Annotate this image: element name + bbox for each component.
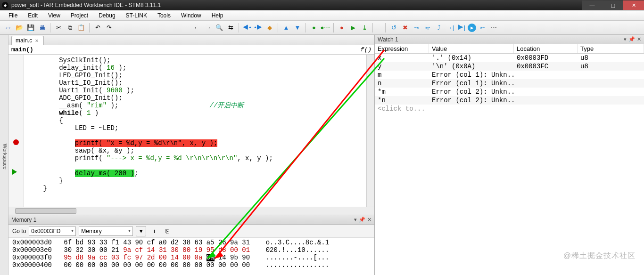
watch-title: Watch 1 xyxy=(378,36,398,43)
menu-tools[interactable]: Tools xyxy=(153,11,175,20)
redo-icon[interactable]: ↷ xyxy=(104,23,114,33)
compile-icon[interactable]: ● xyxy=(309,23,319,33)
nav-fwd-icon[interactable]: → xyxy=(203,23,213,33)
titlebar: ◆ power_soft - IAR Embedded Workbench ID… xyxy=(0,0,644,10)
menu-file[interactable]: File xyxy=(4,11,22,20)
make-icon[interactable]: ●⋯ xyxy=(320,23,330,33)
close-button[interactable]: ✕ xyxy=(623,0,644,10)
file-tab-main[interactable]: main.c ✕ xyxy=(11,36,44,45)
editor-vscroll[interactable] xyxy=(366,55,374,207)
run-cursor-icon[interactable]: ⯈| xyxy=(456,23,467,33)
new-icon[interactable]: ▱ xyxy=(3,23,13,33)
step-out-icon[interactable]: ⤴ xyxy=(434,23,444,33)
nav-up-icon[interactable]: ▲ xyxy=(281,23,291,33)
replace-icon[interactable]: ⇆ xyxy=(225,23,236,33)
memory-title: Memory 1 xyxy=(11,217,36,223)
memory-body[interactable]: 0x000003d0 6f bd 93 33 f1 43 90 cf a0 d2… xyxy=(8,238,374,275)
close-tab-icon[interactable]: ✕ xyxy=(35,38,39,43)
mem-tool1-icon[interactable]: i xyxy=(149,226,159,236)
menu-project[interactable]: Project xyxy=(66,11,93,20)
col-value[interactable]: Value xyxy=(429,44,514,53)
bookmark-prev-icon[interactable]: ⯇• xyxy=(242,23,252,33)
editor-gutter[interactable] xyxy=(8,55,24,207)
debug-icon[interactable]: ▶ xyxy=(348,23,358,33)
watch-add-placeholder[interactable]: <click to... xyxy=(375,105,429,113)
break-icon[interactable]: ✖ xyxy=(400,23,410,33)
window-title: power_soft - IAR Embedded Workbench IDE … xyxy=(11,2,582,8)
stop-debug-icon[interactable]: ⤺ xyxy=(477,23,487,33)
menubar: File Edit View Project Debug ST-LINK Too… xyxy=(0,10,644,21)
watch-columns: Expression Value Location Type xyxy=(375,44,644,54)
panel-pin-icon[interactable]: 📌 xyxy=(628,36,635,42)
reset-icon[interactable]: ↺ xyxy=(388,23,399,33)
paste-icon[interactable]: 📋 xyxy=(76,23,86,33)
code-content[interactable]: SysClkInit(); delay_init( 16 ); LED_GPIO… xyxy=(24,55,366,207)
app-icon: ◆ xyxy=(2,2,8,8)
undo-icon[interactable]: ↶ xyxy=(92,23,103,33)
col-type[interactable]: Type xyxy=(578,44,644,53)
bookmark-toggle-icon[interactable]: ◆ xyxy=(264,23,275,33)
stop-build-icon[interactable]: ● xyxy=(337,23,347,33)
memory-toolbar: Go to 0x00003FD Memory ▾ i ⎘ xyxy=(8,225,374,238)
col-location[interactable]: Location xyxy=(514,44,578,53)
toolbar: ▱ 📂 💾 🖶 ✂ ⧉ 📋 ↶ ↷ ← → 🔍 ⇆ ⯇• •⯈ ◆ ▲ ▼ ● … xyxy=(0,21,644,35)
watch-body[interactable]: x'.' (0x14)0x0003FDu8 y'\n' (0x0A)0x0003… xyxy=(375,54,644,275)
panel-menu-icon[interactable]: ▾ xyxy=(354,217,357,223)
col-expression[interactable]: Expression xyxy=(375,44,429,53)
watch-header[interactable]: Watch 1 ▾ 📌 ✕ xyxy=(375,35,644,44)
settings-icon[interactable]: ⋯ xyxy=(488,23,499,33)
minimize-button[interactable]: — xyxy=(582,0,603,10)
bookmark-next-icon[interactable]: •⯈ xyxy=(253,23,264,33)
pc-arrow-icon xyxy=(12,169,17,175)
mem-width-icon[interactable]: ▾ xyxy=(136,226,146,236)
panel-close-icon[interactable]: ✕ xyxy=(367,217,372,223)
go-icon[interactable]: ▸ xyxy=(468,24,476,32)
memview-combo[interactable]: Memory xyxy=(79,226,133,236)
saveall-icon[interactable]: 🖶 xyxy=(37,23,47,33)
menu-stlink[interactable]: ST-LINK xyxy=(121,11,152,20)
step-over-icon[interactable]: ⤼ xyxy=(411,23,421,33)
fx-label[interactable]: f() xyxy=(361,46,372,53)
save-icon[interactable]: 💾 xyxy=(25,23,36,33)
nav-back-icon[interactable]: ← xyxy=(191,23,202,33)
goto-combo[interactable]: 0x00003FD xyxy=(29,226,76,236)
step-into-icon[interactable]: ⤽ xyxy=(422,23,433,33)
cut-icon[interactable]: ✂ xyxy=(53,23,64,33)
find-icon[interactable]: 🔍 xyxy=(214,23,224,33)
maximize-button[interactable]: ▢ xyxy=(603,0,623,10)
copy-icon[interactable]: ⧉ xyxy=(65,23,75,33)
debug-nodownload-icon[interactable]: ⤓ xyxy=(359,23,370,33)
menu-debug[interactable]: Debug xyxy=(94,11,120,20)
function-bar: main() f() xyxy=(8,45,374,55)
breakpoint-icon[interactable] xyxy=(13,139,19,145)
panel-close-icon[interactable]: ✕ xyxy=(637,36,641,42)
menu-edit[interactable]: Edit xyxy=(23,11,42,20)
code-editor[interactable]: SysClkInit(); delay_init( 16 ); LED_GPIO… xyxy=(8,55,374,207)
next-stmt-icon[interactable]: →| xyxy=(445,23,455,33)
workspace-tab[interactable]: Workspace xyxy=(0,35,8,275)
mem-tool2-icon[interactable]: ⎘ xyxy=(162,226,173,236)
menu-help[interactable]: Help xyxy=(207,11,228,20)
memory-panel: Memory 1 ▾ 📌 ✕ Go to 0x00003FD xyxy=(8,215,374,275)
nav-down-icon[interactable]: ▼ xyxy=(292,23,303,33)
editor-hscroll[interactable] xyxy=(8,207,374,215)
open-icon[interactable]: 📂 xyxy=(14,23,25,33)
file-tab-label: main.c xyxy=(16,37,32,44)
watch-panel: Watch 1 ▾ 📌 ✕ Expression Value Location … xyxy=(375,35,644,275)
panel-pin-icon[interactable]: 📌 xyxy=(359,217,365,223)
function-name: main() xyxy=(11,46,33,53)
goto-label: Go to xyxy=(12,228,26,235)
menu-window[interactable]: Window xyxy=(176,11,206,20)
menu-view[interactable]: View xyxy=(43,11,65,20)
panel-menu-icon[interactable]: ▾ xyxy=(624,36,627,42)
file-tabs: main.c ✕ xyxy=(8,35,374,45)
memory-header[interactable]: Memory 1 ▾ 📌 ✕ xyxy=(8,215,374,225)
